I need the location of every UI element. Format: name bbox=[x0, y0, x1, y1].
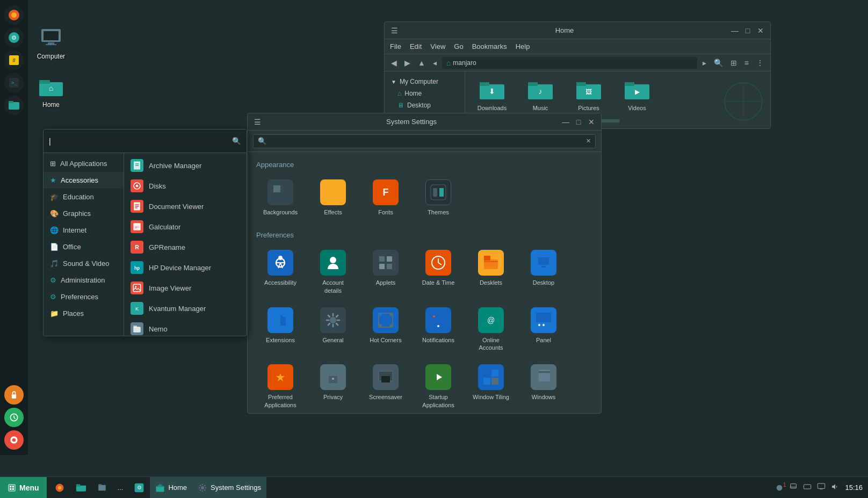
fm-menu-go[interactable]: Go bbox=[454, 42, 463, 50]
app-cat-administration[interactable]: ⚙ Administration bbox=[44, 272, 124, 288]
app-cat-office[interactable]: 📄 Office bbox=[44, 239, 124, 255]
app-item-disks[interactable]: Disks bbox=[124, 176, 247, 196]
taskbar-files[interactable] bbox=[70, 477, 92, 498]
fm-grid-view-button[interactable]: ⊞ bbox=[728, 57, 739, 68]
fm-file-videos[interactable]: ▶ Videos bbox=[616, 77, 659, 111]
settings-backgrounds[interactable]: Backgrounds bbox=[256, 175, 305, 220]
fm-menu-file[interactable]: File bbox=[390, 42, 401, 50]
taskbar-dots[interactable]: ... bbox=[112, 477, 129, 498]
dock-terminal[interactable]: >_ bbox=[4, 73, 24, 92]
settings-search-box[interactable]: 🔍 ✕ bbox=[253, 134, 596, 148]
taskbar-firefox[interactable] bbox=[49, 477, 70, 498]
fm-file-downloads[interactable]: ⬇ Downloads bbox=[471, 77, 513, 111]
fm-file-music[interactable]: ♪ Music bbox=[519, 77, 562, 111]
settings-hotcorners[interactable]: Hot Corners bbox=[361, 303, 410, 356]
fm-back-button[interactable]: ◀ bbox=[389, 57, 399, 68]
fm-sidebar-desktop[interactable]: 🖥 Desktop bbox=[385, 99, 465, 111]
fm-close-button[interactable]: ✕ bbox=[756, 26, 765, 35]
app-item-image-viewer[interactable]: Image Viewer bbox=[124, 278, 247, 298]
app-cat-graphics[interactable]: 🎨 Graphics bbox=[44, 205, 124, 222]
dock-settings-red[interactable] bbox=[4, 430, 24, 450]
taskbar-home[interactable]: Home bbox=[150, 477, 192, 498]
network-tray[interactable] bbox=[789, 482, 798, 493]
dock-tools[interactable]: ⚙ bbox=[4, 28, 24, 47]
desktop-icon-computer[interactable]: Computer bbox=[30, 21, 73, 63]
settings-general[interactable]: General bbox=[309, 303, 357, 356]
fm-search-button[interactable]: 🔍 bbox=[712, 57, 725, 68]
app-item-document-viewer[interactable]: Document Viewer bbox=[124, 196, 247, 216]
dock-files[interactable] bbox=[4, 96, 24, 115]
settings-menu-button[interactable]: ☰ bbox=[253, 118, 262, 126]
app-item-archive-manager[interactable]: Archive Manager bbox=[124, 155, 247, 176]
fm-menu-edit[interactable]: Edit bbox=[410, 42, 422, 50]
app-cat-internet[interactable]: 🌐 Internet bbox=[44, 222, 124, 239]
settings-preferred[interactable]: Preferred Applications bbox=[256, 360, 305, 413]
fm-location-prev[interactable]: ◂ bbox=[431, 57, 439, 68]
desktop-icon-home[interactable]: ⌂ Home bbox=[30, 70, 73, 112]
fm-file-pictures[interactable]: 🖼 Pictures bbox=[567, 77, 610, 111]
fm-maximize-button[interactable]: □ bbox=[743, 26, 752, 35]
app-cat-sound-video[interactable]: 🎵 Sound & Video bbox=[44, 255, 124, 272]
fm-list-view-button[interactable]: ≡ bbox=[742, 57, 751, 68]
fm-more-button[interactable]: ⋮ bbox=[754, 57, 766, 68]
settings-windowtiling[interactable]: Window Tiling bbox=[467, 360, 515, 413]
svg-rect-85 bbox=[381, 376, 390, 382]
app-cat-education[interactable]: 🎓 Education bbox=[44, 189, 124, 205]
settings-close-button[interactable]: ✕ bbox=[587, 118, 596, 126]
dock-firefox[interactable] bbox=[4, 5, 24, 25]
app-item-galculator[interactable]: ±÷ Galculator bbox=[124, 216, 247, 237]
app-item-kvantum[interactable]: K Kvantum Manager bbox=[124, 298, 247, 319]
fm-sidebar-my-computer[interactable]: ▼ My Computer bbox=[385, 76, 465, 88]
settings-screensaver[interactable]: Screensaver bbox=[361, 360, 410, 413]
settings-datetime[interactable]: Date & Time bbox=[414, 246, 462, 299]
fm-menu-button[interactable]: ☰ bbox=[390, 26, 399, 35]
storage-tray[interactable]: 1 bbox=[775, 483, 784, 492]
settings-privacy[interactable]: Privacy bbox=[309, 360, 357, 413]
app-cat-places[interactable]: 📁 Places bbox=[44, 305, 124, 322]
settings-themes[interactable]: Themes bbox=[414, 175, 462, 220]
fm-path-next[interactable]: ▸ bbox=[700, 57, 708, 68]
volume-tray[interactable] bbox=[831, 482, 840, 493]
fm-menu-view[interactable]: View bbox=[430, 42, 445, 50]
settings-notifications[interactable]: Notifications bbox=[414, 303, 462, 356]
settings-effects[interactable]: Effects bbox=[309, 175, 357, 220]
search-clear-button[interactable]: ✕ bbox=[586, 138, 591, 145]
taskbar-settings-color[interactable]: ⚙ bbox=[128, 477, 150, 498]
app-cat-preferences[interactable]: ⚙ Preferences bbox=[44, 288, 124, 305]
app-menu-search-input[interactable] bbox=[49, 137, 228, 146]
fm-menu-help[interactable]: Help bbox=[516, 42, 530, 50]
dock-lock[interactable] bbox=[4, 385, 24, 405]
dock-sticky[interactable]: # bbox=[4, 50, 24, 70]
settings-windows[interactable]: Windows bbox=[519, 360, 568, 413]
fm-menu-bookmarks[interactable]: Bookmarks bbox=[472, 42, 507, 50]
app-item-nemo[interactable]: Nemo bbox=[124, 319, 247, 336]
fm-sidebar-home[interactable]: ⌂ Home bbox=[385, 88, 465, 99]
taskbar-system-settings[interactable]: System Settings bbox=[192, 477, 266, 498]
settings-desktop[interactable]: Desktop bbox=[519, 246, 568, 299]
taskbar-filemanager2[interactable] bbox=[92, 477, 112, 498]
settings-maximize-button[interactable]: □ bbox=[574, 118, 583, 126]
settings-extensions[interactable]: Extensions bbox=[256, 303, 305, 356]
app-cat-accessories[interactable]: ★ Accessories bbox=[44, 172, 124, 189]
settings-fonts[interactable]: F Fonts bbox=[361, 175, 410, 220]
display-tray[interactable] bbox=[817, 482, 826, 493]
app-item-gprename[interactable]: R GPRename bbox=[124, 237, 247, 257]
settings-startup[interactable]: Startup Applications bbox=[414, 360, 462, 413]
app-menu-search-button[interactable]: 🔍 bbox=[232, 137, 241, 145]
app-item-hp-device[interactable]: hp HP Device Manager bbox=[124, 257, 247, 278]
dock-update[interactable] bbox=[4, 408, 24, 427]
settings-minimize-button[interactable]: — bbox=[561, 118, 570, 126]
fm-forward-button[interactable]: ▶ bbox=[402, 57, 413, 68]
settings-accounts[interactable]: Account details bbox=[309, 246, 357, 299]
settings-panel[interactable]: Panel bbox=[519, 303, 568, 356]
settings-accessibility[interactable]: Accessibility bbox=[256, 246, 305, 299]
fm-minimize-button[interactable]: — bbox=[730, 26, 739, 35]
settings-desklets[interactable]: Desklets bbox=[467, 246, 515, 299]
taskbar-menu-button[interactable]: Menu bbox=[0, 477, 47, 498]
settings-onlineaccounts[interactable]: @ Online Accounts bbox=[467, 303, 515, 356]
fm-up-button[interactable]: ▲ bbox=[416, 57, 428, 68]
app-cat-all[interactable]: ⊞ All Applications bbox=[44, 155, 124, 172]
keyboard-tray[interactable] bbox=[803, 482, 812, 493]
settings-applets[interactable]: Applets bbox=[361, 246, 410, 299]
settings-search-input[interactable] bbox=[269, 137, 584, 145]
